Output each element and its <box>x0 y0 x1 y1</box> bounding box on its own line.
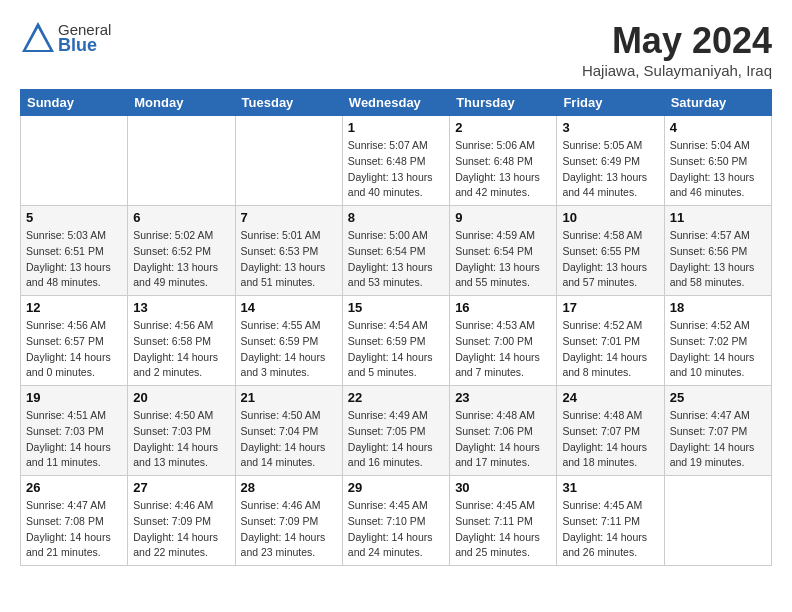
calendar-header-wednesday: Wednesday <box>342 90 449 116</box>
day-number: 14 <box>241 300 337 315</box>
calendar-header-row: SundayMondayTuesdayWednesdayThursdayFrid… <box>21 90 772 116</box>
calendar-cell: 31Sunrise: 4:45 AM Sunset: 7:11 PM Dayli… <box>557 476 664 566</box>
day-info: Sunrise: 4:46 AM Sunset: 7:09 PM Dayligh… <box>241 498 337 561</box>
calendar-cell: 29Sunrise: 4:45 AM Sunset: 7:10 PM Dayli… <box>342 476 449 566</box>
calendar-cell: 24Sunrise: 4:48 AM Sunset: 7:07 PM Dayli… <box>557 386 664 476</box>
day-info: Sunrise: 5:05 AM Sunset: 6:49 PM Dayligh… <box>562 138 658 201</box>
day-info: Sunrise: 4:53 AM Sunset: 7:00 PM Dayligh… <box>455 318 551 381</box>
calendar-table: SundayMondayTuesdayWednesdayThursdayFrid… <box>20 89 772 566</box>
day-number: 31 <box>562 480 658 495</box>
day-info: Sunrise: 5:06 AM Sunset: 6:48 PM Dayligh… <box>455 138 551 201</box>
calendar-header-sunday: Sunday <box>21 90 128 116</box>
calendar-cell <box>664 476 771 566</box>
calendar-cell: 17Sunrise: 4:52 AM Sunset: 7:01 PM Dayli… <box>557 296 664 386</box>
day-number: 11 <box>670 210 766 225</box>
day-info: Sunrise: 4:54 AM Sunset: 6:59 PM Dayligh… <box>348 318 444 381</box>
logo-blue: Blue <box>58 35 111 56</box>
day-number: 22 <box>348 390 444 405</box>
day-info: Sunrise: 4:45 AM Sunset: 7:10 PM Dayligh… <box>348 498 444 561</box>
calendar-cell: 5Sunrise: 5:03 AM Sunset: 6:51 PM Daylig… <box>21 206 128 296</box>
calendar-header-tuesday: Tuesday <box>235 90 342 116</box>
day-number: 2 <box>455 120 551 135</box>
calendar-week-row: 5Sunrise: 5:03 AM Sunset: 6:51 PM Daylig… <box>21 206 772 296</box>
calendar-week-row: 26Sunrise: 4:47 AM Sunset: 7:08 PM Dayli… <box>21 476 772 566</box>
day-number: 12 <box>26 300 122 315</box>
calendar-header-saturday: Saturday <box>664 90 771 116</box>
day-info: Sunrise: 4:45 AM Sunset: 7:11 PM Dayligh… <box>562 498 658 561</box>
calendar-cell: 16Sunrise: 4:53 AM Sunset: 7:00 PM Dayli… <box>450 296 557 386</box>
day-number: 4 <box>670 120 766 135</box>
calendar-cell: 2Sunrise: 5:06 AM Sunset: 6:48 PM Daylig… <box>450 116 557 206</box>
calendar-cell: 6Sunrise: 5:02 AM Sunset: 6:52 PM Daylig… <box>128 206 235 296</box>
calendar-header-monday: Monday <box>128 90 235 116</box>
calendar-cell <box>128 116 235 206</box>
day-info: Sunrise: 4:47 AM Sunset: 7:07 PM Dayligh… <box>670 408 766 471</box>
day-number: 5 <box>26 210 122 225</box>
page-header: General Blue May 2024 Hajiawa, Sulaymani… <box>20 20 772 79</box>
day-info: Sunrise: 4:51 AM Sunset: 7:03 PM Dayligh… <box>26 408 122 471</box>
calendar-cell <box>235 116 342 206</box>
calendar-cell: 8Sunrise: 5:00 AM Sunset: 6:54 PM Daylig… <box>342 206 449 296</box>
day-number: 23 <box>455 390 551 405</box>
calendar-header-friday: Friday <box>557 90 664 116</box>
day-info: Sunrise: 4:48 AM Sunset: 7:06 PM Dayligh… <box>455 408 551 471</box>
day-number: 9 <box>455 210 551 225</box>
day-number: 3 <box>562 120 658 135</box>
day-number: 19 <box>26 390 122 405</box>
day-info: Sunrise: 4:55 AM Sunset: 6:59 PM Dayligh… <box>241 318 337 381</box>
calendar-cell: 26Sunrise: 4:47 AM Sunset: 7:08 PM Dayli… <box>21 476 128 566</box>
day-number: 30 <box>455 480 551 495</box>
day-number: 8 <box>348 210 444 225</box>
calendar-cell: 19Sunrise: 4:51 AM Sunset: 7:03 PM Dayli… <box>21 386 128 476</box>
calendar-cell: 12Sunrise: 4:56 AM Sunset: 6:57 PM Dayli… <box>21 296 128 386</box>
day-number: 15 <box>348 300 444 315</box>
day-info: Sunrise: 4:57 AM Sunset: 6:56 PM Dayligh… <box>670 228 766 291</box>
calendar-cell: 3Sunrise: 5:05 AM Sunset: 6:49 PM Daylig… <box>557 116 664 206</box>
day-info: Sunrise: 4:59 AM Sunset: 6:54 PM Dayligh… <box>455 228 551 291</box>
calendar-cell: 7Sunrise: 5:01 AM Sunset: 6:53 PM Daylig… <box>235 206 342 296</box>
calendar-header-thursday: Thursday <box>450 90 557 116</box>
day-info: Sunrise: 4:50 AM Sunset: 7:04 PM Dayligh… <box>241 408 337 471</box>
calendar-cell: 18Sunrise: 4:52 AM Sunset: 7:02 PM Dayli… <box>664 296 771 386</box>
day-info: Sunrise: 5:01 AM Sunset: 6:53 PM Dayligh… <box>241 228 337 291</box>
day-number: 28 <box>241 480 337 495</box>
calendar-cell: 30Sunrise: 4:45 AM Sunset: 7:11 PM Dayli… <box>450 476 557 566</box>
calendar-cell: 27Sunrise: 4:46 AM Sunset: 7:09 PM Dayli… <box>128 476 235 566</box>
calendar-cell: 1Sunrise: 5:07 AM Sunset: 6:48 PM Daylig… <box>342 116 449 206</box>
logo: General Blue <box>20 20 111 56</box>
day-info: Sunrise: 5:04 AM Sunset: 6:50 PM Dayligh… <box>670 138 766 201</box>
day-info: Sunrise: 4:52 AM Sunset: 7:01 PM Dayligh… <box>562 318 658 381</box>
calendar-week-row: 12Sunrise: 4:56 AM Sunset: 6:57 PM Dayli… <box>21 296 772 386</box>
calendar-cell: 14Sunrise: 4:55 AM Sunset: 6:59 PM Dayli… <box>235 296 342 386</box>
title-area: May 2024 Hajiawa, Sulaymaniyah, Iraq <box>582 20 772 79</box>
day-info: Sunrise: 4:46 AM Sunset: 7:09 PM Dayligh… <box>133 498 229 561</box>
day-info: Sunrise: 4:52 AM Sunset: 7:02 PM Dayligh… <box>670 318 766 381</box>
calendar-cell: 21Sunrise: 4:50 AM Sunset: 7:04 PM Dayli… <box>235 386 342 476</box>
day-info: Sunrise: 4:47 AM Sunset: 7:08 PM Dayligh… <box>26 498 122 561</box>
calendar-cell: 23Sunrise: 4:48 AM Sunset: 7:06 PM Dayli… <box>450 386 557 476</box>
day-info: Sunrise: 4:50 AM Sunset: 7:03 PM Dayligh… <box>133 408 229 471</box>
calendar-cell: 9Sunrise: 4:59 AM Sunset: 6:54 PM Daylig… <box>450 206 557 296</box>
location-subtitle: Hajiawa, Sulaymaniyah, Iraq <box>582 62 772 79</box>
calendar-cell <box>21 116 128 206</box>
logo-icon <box>20 20 56 56</box>
day-number: 26 <box>26 480 122 495</box>
day-number: 1 <box>348 120 444 135</box>
day-number: 18 <box>670 300 766 315</box>
calendar-week-row: 19Sunrise: 4:51 AM Sunset: 7:03 PM Dayli… <box>21 386 772 476</box>
calendar-cell: 20Sunrise: 4:50 AM Sunset: 7:03 PM Dayli… <box>128 386 235 476</box>
day-number: 17 <box>562 300 658 315</box>
calendar-cell: 28Sunrise: 4:46 AM Sunset: 7:09 PM Dayli… <box>235 476 342 566</box>
day-number: 16 <box>455 300 551 315</box>
calendar-cell: 15Sunrise: 4:54 AM Sunset: 6:59 PM Dayli… <box>342 296 449 386</box>
calendar-cell: 11Sunrise: 4:57 AM Sunset: 6:56 PM Dayli… <box>664 206 771 296</box>
calendar-cell: 25Sunrise: 4:47 AM Sunset: 7:07 PM Dayli… <box>664 386 771 476</box>
calendar-cell: 22Sunrise: 4:49 AM Sunset: 7:05 PM Dayli… <box>342 386 449 476</box>
calendar-cell: 13Sunrise: 4:56 AM Sunset: 6:58 PM Dayli… <box>128 296 235 386</box>
month-year-title: May 2024 <box>582 20 772 62</box>
day-number: 29 <box>348 480 444 495</box>
calendar-cell: 10Sunrise: 4:58 AM Sunset: 6:55 PM Dayli… <box>557 206 664 296</box>
day-info: Sunrise: 4:58 AM Sunset: 6:55 PM Dayligh… <box>562 228 658 291</box>
day-number: 6 <box>133 210 229 225</box>
calendar-week-row: 1Sunrise: 5:07 AM Sunset: 6:48 PM Daylig… <box>21 116 772 206</box>
